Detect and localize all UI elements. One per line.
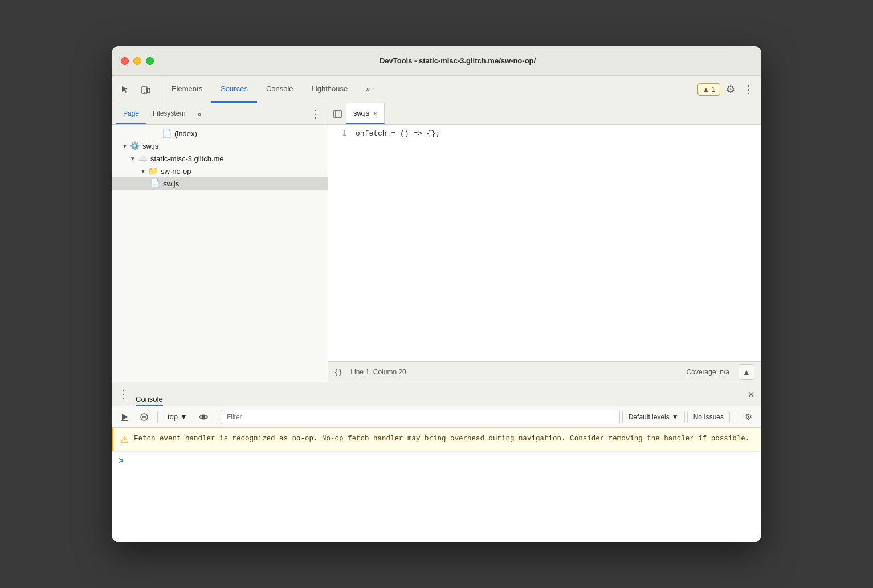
toolbar-divider-3 (735, 411, 735, 423)
toggle-sidebar-icon[interactable] (328, 103, 346, 124)
cloud-icon: ☁️ (138, 154, 148, 163)
content-area: Page Filesystem » ⋮ 📄 (index) ▼ (112, 103, 761, 542)
minimize-button[interactable] (133, 57, 141, 65)
tab-lighthouse[interactable]: Lighthouse (303, 76, 357, 103)
eye-icon[interactable] (195, 409, 212, 425)
console-prompt: > (119, 456, 124, 466)
tab-console[interactable]: Console (257, 76, 303, 103)
code-file-tab[interactable]: sw.js × (346, 103, 385, 124)
tab-elements[interactable]: Elements (162, 76, 211, 103)
console-header: ⋮ Console × (112, 382, 761, 406)
warning-message: ⚠ Fetch event handler is recognized as n… (112, 428, 761, 451)
list-item[interactable]: 📄 sw.js (112, 177, 328, 190)
levels-button[interactable]: Default levels ▼ (622, 411, 685, 423)
code-panel: sw.js × 1 onfetch = () => {}; { } Line 1… (328, 103, 761, 382)
chevron-down-icon: ▼ (140, 168, 148, 174)
service-worker-icon: ⚙️ (130, 141, 140, 150)
line-content: onfetch = () => {}; (356, 129, 440, 138)
svg-rect-3 (333, 111, 341, 117)
main-toolbar: Elements Sources Console Lighthouse » ▲ … (112, 76, 761, 103)
svg-rect-6 (121, 420, 128, 421)
coverage-status: Coverage: n/a (687, 368, 729, 376)
warning-badge[interactable]: ▲ 1 (697, 83, 720, 96)
levels-label: Default levels (629, 413, 670, 421)
code-tabs: sw.js × (328, 103, 761, 125)
console-toolbar: top ▼ Default levels ▼ No Issues ⚙ (112, 406, 761, 428)
chevron-down-icon: ▼ (122, 143, 130, 149)
domain-label: static-misc-3.glitch.me (150, 154, 224, 163)
dropdown-arrow-icon: ▼ (180, 413, 187, 421)
console-input-row: > (112, 451, 761, 471)
console-panel: ⋮ Console × (112, 382, 761, 542)
warning-icon: ⚠ (120, 434, 128, 445)
sidebar-menu-button[interactable]: ⋮ (308, 107, 323, 121)
more-options-icon[interactable]: ⋮ (741, 81, 757, 97)
toolbar-divider (157, 411, 158, 423)
sidebar-tab-more[interactable]: » (192, 107, 206, 121)
list-item[interactable]: ▼ 📁 sw-no-op (112, 165, 328, 177)
scroll-up-button[interactable]: ▲ (739, 364, 754, 380)
file-icon: 📄 (162, 129, 172, 138)
traffic-lights (121, 57, 154, 65)
settings-icon[interactable]: ⚙ (723, 81, 739, 97)
warning-text: Fetch event handler is recognized as no-… (134, 434, 749, 444)
file-label: sw.js (142, 142, 158, 150)
svg-point-9 (202, 415, 205, 418)
sidebar-tab-page[interactable]: Page (116, 103, 146, 124)
code-statusbar: { } Line 1, Column 20 Coverage: n/a ▲ (328, 361, 761, 382)
tab-more[interactable]: » (357, 76, 379, 103)
context-selector[interactable]: top ▼ (162, 410, 193, 423)
sources-panel: Page Filesystem » ⋮ 📄 (index) ▼ (112, 103, 761, 382)
console-input[interactable] (128, 457, 754, 466)
chevron-down-icon: ▼ (130, 156, 138, 162)
toolbar-right: ▲ 1 ⚙ ⋮ (697, 76, 757, 103)
sidebar-tab-filesystem[interactable]: Filesystem (146, 103, 192, 124)
title-bar: DevTools - static-misc-3.glitch.me/sw-no… (112, 46, 761, 76)
js-file-icon: 📄 (150, 179, 160, 188)
console-tab[interactable]: Console (136, 382, 163, 406)
context-label: top (168, 413, 178, 421)
cursor-position[interactable]: Line 1, Column 20 (350, 368, 406, 376)
no-issues-button[interactable]: No Issues (687, 411, 730, 423)
folder-label: sw-no-op (161, 167, 191, 175)
toolbar-divider-2 (217, 411, 217, 423)
sources-sidebar: Page Filesystem » ⋮ 📄 (index) ▼ (112, 103, 328, 382)
console-menu-button[interactable]: ⋮ (119, 388, 129, 401)
levels-arrow-icon: ▼ (672, 413, 679, 421)
line-number: 1 (328, 130, 356, 138)
console-content: ⚠ Fetch event handler is recognized as n… (112, 428, 761, 542)
file-label: (index) (174, 129, 197, 138)
svg-marker-5 (122, 414, 128, 420)
list-item[interactable]: ▼ ⚙️ sw.js (112, 140, 328, 152)
code-line: 1 onfetch = () => {}; (328, 129, 761, 141)
console-tab-label: Console (136, 395, 163, 403)
code-content[interactable]: 1 onfetch = () => {}; (328, 125, 761, 361)
window-title: DevTools - static-misc-3.glitch.me/sw-no… (163, 56, 752, 65)
braces-icon: { } (335, 368, 341, 376)
maximize-button[interactable] (146, 57, 154, 65)
format-button[interactable]: { } (335, 368, 341, 376)
filter-input[interactable] (222, 410, 620, 424)
svg-rect-1 (147, 88, 150, 93)
code-tab-label: sw.js (353, 109, 369, 117)
toolbar-icons (116, 76, 160, 103)
close-console-button[interactable]: × (748, 389, 754, 400)
console-settings-icon[interactable]: ⚙ (740, 409, 757, 425)
folder-icon: 📁 (148, 166, 158, 175)
clear-console-icon[interactable] (136, 409, 153, 425)
sidebar-tabs: Page Filesystem » ⋮ (112, 103, 328, 125)
close-button[interactable] (121, 57, 129, 65)
file-label: sw.js (163, 179, 179, 188)
tab-sources[interactable]: Sources (211, 76, 257, 103)
device-toolbar-icon[interactable] (137, 80, 155, 99)
close-tab-icon[interactable]: × (373, 109, 377, 117)
list-item[interactable]: 📄 (index) (112, 127, 328, 140)
file-tree: 📄 (index) ▼ ⚙️ sw.js ▼ ☁️ (112, 125, 328, 382)
list-item[interactable]: ▼ ☁️ static-misc-3.glitch.me (112, 152, 328, 165)
devtools-window: DevTools - static-misc-3.glitch.me/sw-no… (112, 46, 761, 542)
select-element-icon[interactable] (116, 80, 134, 99)
run-script-icon[interactable] (116, 409, 133, 425)
